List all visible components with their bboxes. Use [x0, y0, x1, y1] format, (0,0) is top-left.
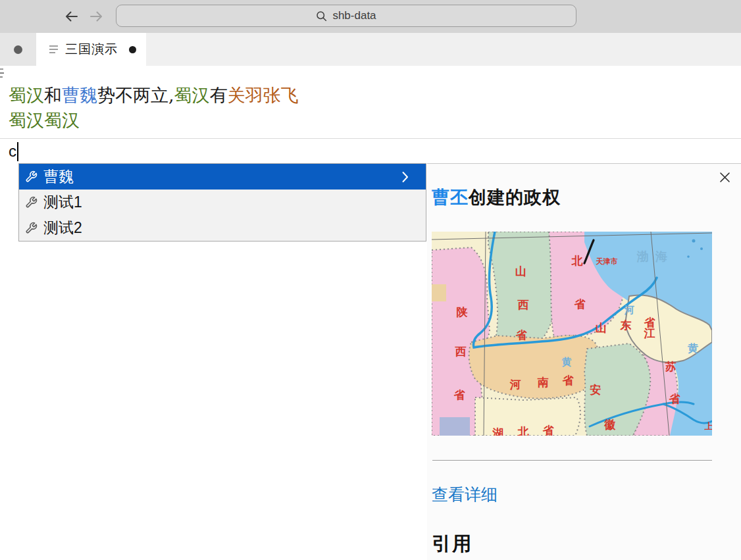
svg-text:江: 江	[644, 327, 655, 340]
doc-line-2: 蜀汉蜀汉	[9, 108, 732, 133]
autocomplete-label: 测试1	[43, 192, 82, 213]
svg-text:省: 省	[563, 374, 575, 387]
svg-text:黄: 黄	[687, 343, 698, 354]
svg-text:省: 省	[575, 298, 586, 311]
view-detail-link[interactable]: 查看详细	[432, 484, 498, 505]
svg-text:西: 西	[517, 299, 529, 311]
tab-strip: 三国演示	[0, 33, 741, 66]
info-panel: 曹丕创建的政权	[427, 163, 741, 560]
entity-shuhan: 蜀汉蜀汉	[9, 110, 80, 130]
svg-text:省: 省	[669, 393, 681, 405]
forward-button[interactable]	[87, 7, 105, 26]
map-region-lavender	[440, 417, 470, 436]
entity-shuhan: 蜀汉	[9, 85, 44, 105]
svg-text:山: 山	[596, 322, 607, 334]
entity-caowei: 曹魏	[62, 85, 97, 105]
svg-text:天津市: 天津市	[596, 257, 618, 265]
svg-text:黄: 黄	[562, 356, 572, 367]
text-cursor	[17, 142, 18, 161]
svg-text:省: 省	[516, 329, 528, 342]
svg-text:安: 安	[590, 384, 601, 396]
forward-arrow-icon	[88, 8, 105, 25]
panel-title-rest: 创建的政权	[469, 188, 561, 207]
editor-input-line[interactable]: c	[9, 140, 18, 163]
browser-toolbar: shb-data	[0, 0, 741, 33]
wrench-icon	[25, 196, 38, 209]
back-button[interactable]	[63, 7, 81, 26]
address-bar[interactable]: shb-data	[116, 5, 576, 27]
document-lines-icon	[49, 45, 58, 53]
tab-sanguo-demo[interactable]: 三国演示	[36, 33, 146, 66]
corner-dot-indicator	[14, 45, 22, 54]
panel-title: 曹丕创建的政权	[432, 186, 561, 209]
autocomplete-menu: 曹魏 测试1 测试2	[18, 163, 426, 242]
map-region-shanxi	[488, 232, 555, 340]
svg-text:山: 山	[515, 265, 526, 278]
region-map: 陕 西 省 山 西 省 北 省 天津市 山 东 省 河 南 省 安 徽 江 苏 …	[432, 232, 712, 436]
svg-text:省: 省	[454, 389, 466, 401]
autocomplete-item-ceshi2[interactable]: 测试2	[19, 215, 426, 241]
svg-text:徽: 徽	[604, 419, 616, 431]
tab-strip-corner-button[interactable]	[0, 33, 36, 66]
autocomplete-item-ceshi1[interactable]: 测试1	[19, 190, 426, 215]
svg-text:苏: 苏	[665, 361, 677, 373]
svg-text:北: 北	[517, 426, 530, 436]
wrench-icon	[25, 222, 38, 234]
typed-text: c	[9, 142, 16, 161]
svg-text:东: 东	[620, 319, 632, 332]
tab-dirty-indicator	[129, 46, 136, 53]
svg-text:渤海: 渤海	[636, 250, 674, 263]
svg-text:湖: 湖	[492, 427, 504, 436]
doc-text: 势不两立,	[97, 85, 174, 105]
page-edge-marks	[0, 68, 4, 78]
submenu-chevron-icon	[402, 171, 409, 183]
svg-text:河: 河	[624, 304, 635, 315]
svg-text:陕: 陕	[457, 306, 468, 318]
back-arrow-icon	[63, 8, 80, 25]
svg-text:西: 西	[455, 345, 467, 358]
doc-text: 和	[44, 85, 62, 105]
editor-separator	[0, 138, 741, 139]
address-text: shb-data	[332, 9, 376, 22]
autocomplete-label: 测试2	[43, 218, 82, 238]
doc-text: 有	[210, 85, 228, 105]
svg-text:上: 上	[705, 421, 713, 431]
entity-guanyu-zhangfei: 关羽张飞	[228, 85, 299, 105]
map-image: 陕 西 省 山 西 省 北 省 天津市 山 东 省 河 南 省 安 徽 江 苏 …	[432, 232, 712, 436]
search-icon	[316, 11, 327, 22]
entity-shuhan: 蜀汉	[174, 85, 210, 105]
close-icon[interactable]	[719, 172, 730, 183]
svg-text:省: 省	[543, 424, 555, 436]
doc-line-1: 蜀汉和曹魏势不两立,蜀汉有关羽张飞	[9, 83, 732, 108]
svg-text:河: 河	[509, 378, 521, 391]
panel-title-highlight: 曹丕	[432, 188, 469, 207]
autocomplete-label: 曹魏	[43, 166, 74, 187]
autocomplete-item-caowei[interactable]: 曹魏	[19, 164, 426, 190]
citation-heading: 引用	[432, 531, 473, 557]
panel-divider	[432, 460, 712, 461]
svg-text:南: 南	[538, 376, 549, 389]
tab-title: 三国演示	[65, 41, 118, 58]
editor-document[interactable]: 蜀汉和曹魏势不两立,蜀汉有关羽张飞 蜀汉蜀汉	[9, 83, 732, 133]
map-region-small	[432, 284, 446, 301]
svg-text:北: 北	[571, 255, 584, 267]
wrench-icon	[25, 170, 38, 183]
